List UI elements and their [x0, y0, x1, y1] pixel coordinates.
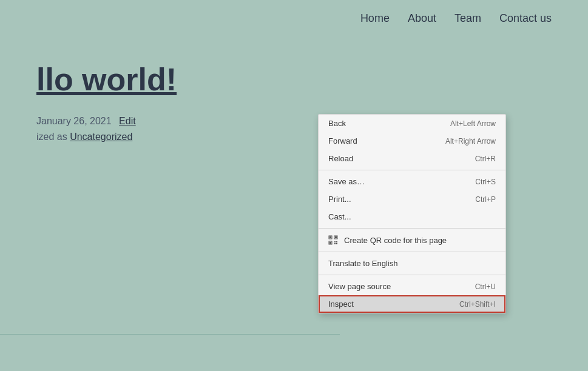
context-menu-print[interactable]: Print... Ctrl+P [319, 190, 505, 208]
nav-link-about[interactable]: About [408, 12, 436, 25]
context-menu-inspect[interactable]: Inspect Ctrl+Shift+I [319, 295, 505, 313]
qr-icon [328, 235, 338, 245]
context-menu: Back Alt+Left Arrow Forward Alt+Right Ar… [318, 114, 506, 313]
category-link[interactable]: Uncategorized [70, 132, 132, 142]
nav-link-contact[interactable]: Contact us [499, 12, 552, 25]
separator-4 [319, 275, 505, 275]
context-menu-qr-code[interactable]: Create QR code for this page [319, 231, 505, 249]
nav-link-home[interactable]: Home [360, 12, 390, 25]
page-title: llo world! [36, 61, 552, 98]
category-prefix: ized as [36, 132, 67, 142]
post-date: January 26, 2021 [36, 116, 112, 126]
separator-1 [319, 170, 505, 170]
svg-rect-9 [336, 243, 337, 244]
svg-rect-8 [334, 243, 336, 244]
edit-link[interactable]: Edit [119, 116, 136, 126]
context-menu-forward[interactable]: Forward Alt+Right Arrow [319, 132, 505, 150]
svg-rect-1 [329, 236, 331, 238]
nav-link-team[interactable]: Team [455, 12, 481, 25]
separator-3 [319, 252, 505, 252]
context-menu-reload[interactable]: Reload Ctrl+R [319, 150, 505, 167]
svg-rect-3 [335, 236, 337, 238]
svg-rect-5 [329, 242, 331, 244]
svg-rect-6 [334, 241, 336, 242]
svg-rect-7 [336, 241, 337, 242]
context-menu-cast[interactable]: Cast... [319, 208, 505, 226]
separator-line [0, 334, 340, 335]
context-menu-back[interactable]: Back Alt+Left Arrow [319, 115, 505, 132]
separator-2 [319, 228, 505, 229]
context-menu-translate[interactable]: Translate to English [319, 255, 505, 272]
context-menu-view-source[interactable]: View page source Ctrl+U [319, 278, 505, 295]
navigation: Home About Team Contact us [0, 0, 588, 37]
context-menu-save-as[interactable]: Save as… Ctrl+S [319, 173, 505, 190]
